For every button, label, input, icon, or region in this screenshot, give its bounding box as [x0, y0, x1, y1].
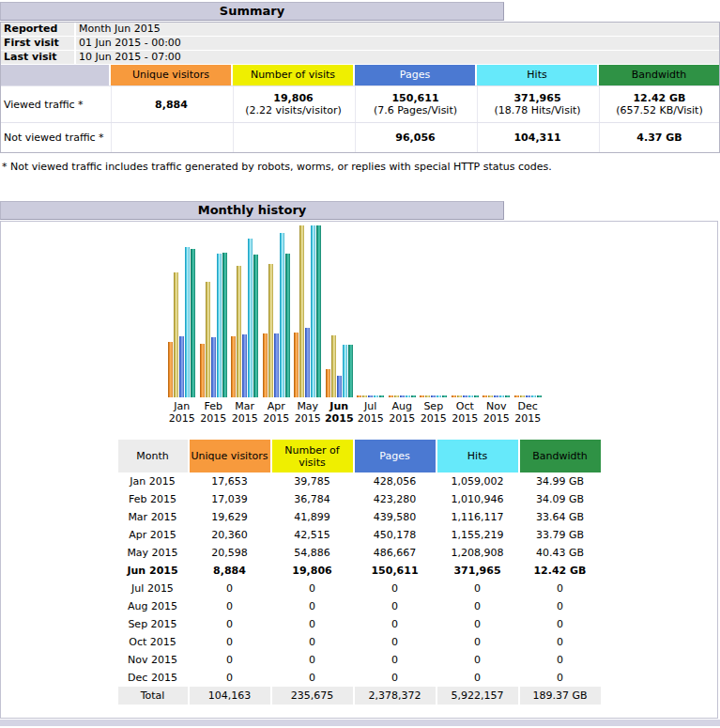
bar-hits	[437, 395, 441, 397]
viewed-traffic-cell: 371,965(18.78 Hits/Visit)	[477, 86, 597, 122]
value-cell: 1,116,117	[437, 508, 518, 526]
summary-header-spacer	[1, 65, 109, 85]
value-cell: 0	[437, 580, 518, 597]
value-cell: 0	[190, 651, 270, 669]
table-row: Jul 201500000	[118, 580, 601, 597]
axis-label-year: 2015	[261, 412, 293, 425]
viewed-traffic-value: 8,884	[112, 99, 231, 111]
table-row: May 201520,59854,886486,6671,208,90840.4…	[118, 544, 601, 562]
axis-label-aug: Aug2015	[387, 400, 419, 425]
bar-pages	[242, 334, 247, 397]
value-cell: 17,039	[190, 490, 270, 508]
next-section-divider-bar	[0, 720, 720, 726]
viewed-traffic-per-visit: (7.6 Pages/Visit)	[356, 104, 475, 116]
bar-number-of-visits	[394, 395, 399, 397]
value-cell: 34.99 GB	[520, 472, 601, 490]
summary-metric-header-row: Unique visitorsNumber of visitsPagesHits…	[1, 65, 719, 85]
total-value: 2,378,372	[355, 687, 436, 705]
bar-pages	[337, 376, 342, 397]
viewed-traffic-per-visit: (657.52 KB/Visit)	[600, 104, 719, 116]
bar-bandwidth-gb-	[379, 395, 384, 397]
bar-number-of-visits	[362, 395, 367, 397]
axis-label-jul: Jul2015	[355, 400, 387, 425]
total-value: 189.37 GB	[520, 687, 601, 705]
bar-bandwidth-gb-	[411, 395, 416, 397]
bar-hits	[217, 254, 222, 397]
value-cell: 54,886	[272, 544, 353, 562]
axis-label-year: 2015	[166, 412, 198, 425]
monthly-table-total-row: Total104,163235,6752,378,3725,922,157189…	[118, 687, 601, 705]
viewed-traffic-value: 19,806	[234, 92, 353, 104]
metric-header-unique-visitors: Unique visitors	[111, 65, 231, 85]
bar-unique-visitors	[168, 342, 173, 397]
bar-pages	[305, 328, 310, 397]
bar-unique-visitors	[420, 395, 424, 397]
value-cell: 428,056	[355, 472, 436, 490]
bar-bandwidth-gb-	[442, 395, 447, 397]
value-cell: 0	[520, 651, 601, 669]
chart-bar-group-dec-2015	[513, 224, 544, 397]
bar-unique-visitors	[263, 333, 268, 397]
table-row: Jun 20158,88419,806150,611371,96512.42 G…	[118, 562, 601, 580]
chart-bar-group-feb-2015	[198, 224, 230, 397]
viewed-traffic-value: 150,611	[356, 92, 475, 104]
table-row: Jan 201517,65339,785428,0561,059,00234.9…	[118, 472, 601, 490]
bar-number-of-visits	[206, 282, 210, 397]
axis-label-year: 2015	[387, 412, 419, 425]
bar-hits	[280, 233, 284, 397]
bar-number-of-visits	[331, 335, 336, 397]
value-cell: 20,598	[190, 544, 270, 562]
month-cell: May 2015	[118, 544, 188, 562]
value-cell: 20,360	[190, 526, 270, 544]
value-cell: 0	[520, 597, 601, 615]
monthly-history-table: MonthUnique visitorsNumber of visitsPage…	[118, 440, 601, 705]
viewed-traffic-cell: 8,884	[111, 86, 231, 122]
table-row: Aug 201500000	[118, 597, 601, 615]
viewed-traffic-cell: 12.42 GB(657.52 KB/Visit)	[599, 86, 719, 122]
chart-bar-group-nov-2015	[481, 224, 513, 397]
not-viewed-traffic-cell	[233, 123, 353, 152]
bar-unique-visitors	[326, 369, 330, 397]
summary-info-row: First visit01 Jun 2015 - 00:00	[1, 37, 719, 50]
value-cell: 8,884	[190, 562, 270, 580]
bar-bandwidth-gb-	[285, 254, 290, 397]
metric-header-number-of-visits: Number of visits	[233, 65, 353, 85]
bar-bandwidth-gb-	[316, 225, 321, 397]
month-cell: Apr 2015	[118, 526, 188, 544]
monthly-header-bandwidth: Bandwidth	[520, 440, 601, 472]
not-viewed-traffic-cell: 104,311	[477, 123, 597, 152]
bar-hits	[311, 225, 315, 397]
axis-label-year: 2015	[418, 412, 450, 425]
value-cell: 12.42 GB	[520, 562, 601, 580]
metric-header-bandwidth: Bandwidth	[599, 65, 719, 85]
bar-number-of-visits	[174, 272, 178, 397]
total-label: Total	[118, 687, 188, 705]
viewed-traffic-row: Viewed traffic * 8,88419,806(2.22 visits…	[1, 85, 719, 122]
bar-number-of-visits	[299, 225, 304, 397]
month-cell: Jun 2015	[118, 562, 188, 580]
bar-pages	[463, 395, 467, 397]
bar-hits	[406, 395, 410, 397]
value-cell: 1,059,002	[437, 472, 518, 490]
summary-info-value: Month Jun 2015	[76, 23, 719, 36]
axis-label-feb: Feb2015	[198, 400, 230, 425]
axis-label-year: 2015	[229, 412, 261, 425]
bar-number-of-visits	[520, 395, 525, 397]
value-cell: 0	[355, 597, 436, 615]
monthly-header-number-of-visits: Number of visits	[272, 440, 353, 472]
month-cell: Dec 2015	[118, 669, 188, 687]
not-viewed-traffic-value: 96,056	[356, 132, 475, 144]
value-cell: 40.43 GB	[520, 544, 601, 562]
bar-number-of-visits	[488, 395, 493, 397]
axis-label-month: Aug	[387, 400, 419, 412]
value-cell: 19,629	[190, 508, 270, 526]
value-cell: 0	[355, 651, 436, 669]
bar-bandwidth-gb-	[537, 395, 542, 397]
bar-number-of-visits	[268, 264, 273, 397]
total-value: 104,163	[190, 687, 270, 705]
bar-bandwidth-gb-	[505, 395, 510, 397]
value-cell: 33.64 GB	[520, 508, 601, 526]
value-cell: 17,653	[190, 472, 270, 490]
summary-info-row: Last visit10 Jun 2015 - 07:00	[1, 51, 719, 64]
summary-title: Summary	[0, 2, 504, 21]
